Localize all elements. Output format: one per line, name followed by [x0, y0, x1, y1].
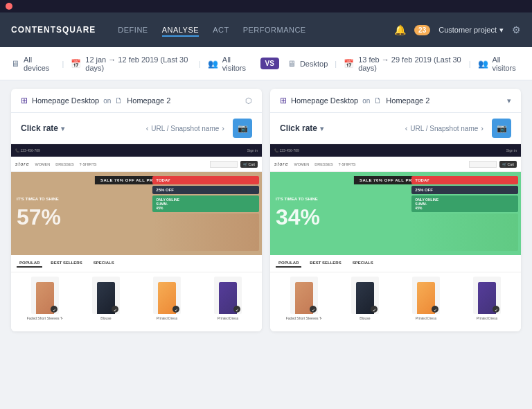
nav-right: 🔔 23 Customer project ▾ ⚙ [394, 24, 521, 35]
date-range-left[interactable]: 12 jan → 12 feb 2019 (Last 30 days) [85, 55, 192, 72]
device-label-left[interactable]: All devices [24, 55, 55, 72]
product-item: ↙ Printed Dress [139, 277, 195, 320]
metric-label-right: Click rate [280, 123, 317, 133]
site-nav-right: store WOMEN DRESSES T-SHIRTS 🛒 Cart [270, 157, 521, 172]
nav-item-act[interactable]: ACT [213, 23, 229, 37]
visitors-label-left[interactable]: All visitors [222, 55, 252, 72]
panel-left-header: ⊞ Homepage Desktop on 🗋 Homepage 2 ⬡ [11, 89, 262, 113]
metric-chevron-right: ▾ [320, 125, 323, 132]
product-item: ↙ Blouse [78, 277, 134, 320]
window-dot [6, 3, 12, 10]
project-selector[interactable]: Customer project ▾ [438, 26, 504, 35]
grid-icon-right: ⊞ [280, 96, 287, 105]
nav-item-performance[interactable]: PERFORMANCE [243, 23, 306, 37]
website-preview-left: 📞 123-456-789 Sign in store WOMEN DRESSE… [11, 144, 262, 331]
panel-right-header: ⊞ Homepage Desktop on 🗋 Homepage 2 ▾ [270, 89, 521, 113]
page-icon-left: 🗋 [115, 96, 123, 105]
panel-left-title: Homepage Desktop [32, 96, 99, 105]
date-icon-right: 📅 [344, 59, 354, 69]
notification-badge: 23 [414, 25, 430, 35]
nav-items: DEFINE ANALYSE ACT PERFORMANCE [118, 23, 305, 37]
visitors-icon-left: 👥 [208, 59, 218, 69]
expand-icon-left[interactable]: ⬡ [245, 96, 252, 105]
percentage-right: 34% [276, 204, 403, 230]
metric-select-left[interactable]: Click rate ▾ [21, 123, 64, 133]
vs-badge: VS [260, 58, 279, 69]
device-icon-right: 🖥 [287, 59, 296, 69]
site-tabs-left: POPULAR BEST SELLERS SPECIALS [11, 255, 262, 272]
settings-icon[interactable]: ⚙ [512, 24, 521, 35]
product-item: ↙ Printed Dress [200, 277, 256, 320]
website-preview-right: 📞 123-456-789 Sign in store WOMEN DRESSE… [270, 144, 521, 331]
product-item: ↙ Printed Dress [398, 277, 454, 320]
expand-icon-right[interactable]: ▾ [507, 96, 511, 105]
panel-right-on: on [362, 97, 370, 105]
panel-left-controls: Click rate ▾ ‹ URL / Snapshot name › 📷 [11, 113, 262, 144]
nav-item-define[interactable]: DEFINE [118, 23, 148, 37]
site-nav-left: store WOMEN DRESSES T-SHIRTS 🛒 Cart [11, 157, 262, 172]
filter-group-right: 🖥 Desktop | 📅 13 feb → 29 feb 2019 (Last… [287, 55, 521, 72]
filter-group-left: 🖥 All devices | 📅 12 jan → 12 feb 2019 (… [11, 55, 252, 72]
visitors-label-right[interactable]: All visitors [493, 55, 521, 72]
site-products-left: ↙ Faded Short Sleeves T- ↙ Blouse ↙ Prin… [11, 272, 262, 324]
comparison-panels: ⊞ Homepage Desktop on 🗋 Homepage 2 ⬡ Cli… [11, 89, 521, 331]
site-top-bar-left: 📞 123-456-789 Sign in [11, 144, 262, 157]
product-item: ↙ Faded Short Sleeves T- [276, 277, 332, 320]
metric-select-right[interactable]: Click rate ▾ [280, 123, 323, 133]
nav-arrows-left: ‹ URL / Snapshot name › [146, 124, 224, 132]
page-icon-right: 🗋 [374, 96, 382, 105]
filter-bar: 🖥 All devices | 📅 12 jan → 12 feb 2019 (… [0, 47, 532, 80]
prev-arrow-left[interactable]: ‹ [146, 124, 149, 132]
panel-right: ⊞ Homepage Desktop on 🗋 Homepage 2 ▾ Cli… [270, 89, 521, 331]
site-top-bar-right: 📞 123-456-789 Sign in [270, 144, 521, 157]
panel-right-title: Homepage Desktop [291, 96, 358, 105]
product-item: ↙ Faded Short Sleeves T- [17, 277, 73, 320]
panel-left: ⊞ Homepage Desktop on 🗋 Homepage 2 ⬡ Cli… [11, 89, 262, 331]
os-top-bar [0, 0, 532, 12]
product-item: ↙ Blouse [337, 277, 393, 320]
device-label-right[interactable]: Desktop [300, 60, 328, 68]
panel-left-page: Homepage 2 [127, 96, 170, 105]
nav-item-analyse[interactable]: ANALYSE [162, 23, 199, 37]
nav-arrows-right: ‹ URL / Snapshot name › [405, 124, 484, 132]
site-products-right: ↙ Faded Short Sleeves T- ↙ Blouse ↙ Prin… [270, 272, 521, 324]
grid-icon-left: ⊞ [21, 96, 28, 105]
nav-logo: CONTENTSQUARE [11, 25, 96, 35]
panel-right-controls: Click rate ▾ ‹ URL / Snapshot name › 📷 [270, 113, 521, 144]
prev-arrow-right[interactable]: ‹ [405, 124, 408, 132]
panel-right-page: Homepage 2 [386, 96, 429, 105]
camera-button-right[interactable]: 📷 [492, 119, 511, 138]
metric-chevron-left: ▾ [61, 125, 64, 132]
site-hero-right: SALE 70% OFF ALL PRODUCTS IT'S TIMEA TO … [270, 172, 521, 255]
date-range-right[interactable]: 13 feb → 29 feb 2019 (Last 30 days) [358, 55, 462, 72]
main-nav: CONTENTSQUARE DEFINE ANALYSE ACT PERFORM… [0, 12, 532, 47]
device-icon-left: 🖥 [11, 59, 19, 69]
date-icon-left: 📅 [71, 59, 81, 69]
url-label-right[interactable]: URL / Snapshot name [410, 125, 478, 132]
metric-label-left: Click rate [21, 123, 58, 133]
percentage-left: 57% [17, 204, 144, 230]
site-hero-left: SALE 70% OFF ALL PRODUCTS IT'S TIMEA TO … [11, 172, 262, 255]
product-item: ↙ Printed Dress [459, 277, 515, 320]
site-tabs-right: POPULAR BEST SELLERS SPECIALS [270, 255, 521, 272]
url-label-left[interactable]: URL / Snapshot name [151, 125, 219, 132]
panel-left-on: on [103, 97, 111, 105]
bell-icon[interactable]: 🔔 [394, 24, 406, 35]
next-arrow-right[interactable]: › [481, 124, 484, 132]
next-arrow-left[interactable]: › [222, 124, 224, 132]
visitors-icon-right: 👥 [478, 59, 488, 69]
main-content: ⊞ Homepage Desktop on 🗋 Homepage 2 ⬡ Cli… [0, 80, 532, 340]
camera-button-left[interactable]: 📷 [233, 119, 252, 138]
